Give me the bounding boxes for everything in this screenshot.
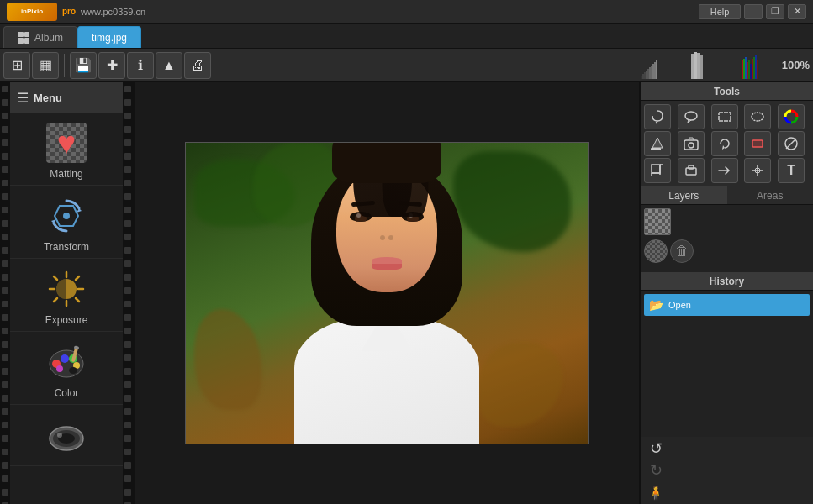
filmstrip-hole [2,99,8,106]
pro-badge: pro [62,7,76,16]
tab-areas[interactable]: Areas [727,186,814,205]
grid-view-button[interactable]: ⊞ [3,52,30,79]
color-label: Color [55,387,79,399]
svg-line-33 [54,298,57,302]
tab-image-label: timg.jpg [92,32,127,44]
album-icon [18,32,29,44]
menu-label: Menu [34,92,62,104]
tools-section: Tools [641,82,813,186]
exposure-icon [43,265,90,312]
tab-layers[interactable]: Layers [641,186,727,205]
undo-button[interactable]: ↺ [644,438,668,459]
svg-rect-6 [651,66,652,79]
erase-rect-tool[interactable] [744,131,771,156]
color-wheel-tool[interactable] [778,104,805,129]
filmstrip-hole-right [124,395,131,402]
text-tool[interactable]: T [778,158,805,183]
save-button[interactable]: 💾 [70,52,97,79]
camera-tool[interactable] [678,131,705,156]
svg-rect-53 [752,140,763,147]
svg-line-32 [76,276,79,280]
filmstrip-hole [2,395,8,402]
svg-line-55 [786,139,796,149]
svg-rect-20 [752,59,753,79]
svg-rect-0 [641,76,642,79]
filmstrip-hole [2,153,8,160]
filmstrip-hole-right [124,475,131,482]
filmstrip-hole [2,207,8,213]
history-content: 📂 Open [641,291,813,437]
rotate-tool[interactable] [711,131,738,156]
svg-point-39 [56,365,63,372]
cancel-tool[interactable] [778,131,805,156]
sidebar-item-exposure[interactable]: Exposure [10,259,123,332]
fill-tool[interactable] [644,131,671,156]
arrow-tool[interactable] [711,158,738,183]
svg-point-24 [63,213,70,219]
filmstrip-hole [2,193,8,200]
exposure-label: Exposure [45,314,88,326]
svg-rect-23 [757,60,758,79]
left-sidebar: ☰ Menu ♥ Matting [0,82,135,504]
lasso-tool[interactable] [644,104,671,129]
svg-rect-22 [755,55,757,79]
filmstrip-hole [2,328,8,334]
lips [372,257,402,269]
adjust-button[interactable]: ▲ [156,52,182,79]
add-button[interactable]: ✚ [98,52,125,79]
layers-section: Layers Areas 🗑 [641,186,813,272]
svg-rect-18 [748,60,750,79]
sidebar-item-matting[interactable]: ♥ Matting [10,113,123,186]
speech-bubble-tool[interactable] [678,104,705,129]
filmstrip-hole [2,435,8,442]
filmstrip-hole-right [124,422,131,428]
svg-rect-8 [654,62,656,79]
history-item-label: Open [668,300,691,310]
layer-circle-1 [644,239,668,263]
filmstrip-hole-right [124,139,131,146]
filmstrip-hole-right [124,274,131,281]
menu-header[interactable]: ☰ Menu [10,82,123,113]
svg-rect-3 [646,71,647,79]
svg-rect-1 [642,74,644,79]
minimize-button[interactable]: — [744,4,763,19]
main-toolbar: ⊞ ▦ 💾 ✚ ℹ ▲ 🖨 [0,49,813,82]
info-button[interactable]: ℹ [127,52,154,79]
svg-rect-16 [745,57,747,79]
tab-album[interactable]: Album [3,26,77,48]
film-view-button[interactable]: ▦ [32,52,59,79]
sidebar-item-transform[interactable]: Transform [10,186,123,259]
hair-top [332,142,441,183]
image-display [185,142,589,444]
svg-rect-5 [649,67,651,79]
filmstrip-hole-right [124,435,131,442]
ellipse-select-tool[interactable] [744,104,771,129]
crosshair-tool[interactable] [744,158,771,183]
color-icon [43,339,90,386]
canvas-area[interactable] [135,82,639,504]
restore-button[interactable]: ❐ [766,4,784,19]
stamp-tool[interactable] [678,158,705,183]
svg-rect-14 [742,60,743,79]
sidebar-item-extra[interactable] [10,405,123,466]
print-button[interactable]: 🖨 [184,52,211,79]
svg-rect-12 [697,53,700,79]
rect-select-tool[interactable] [711,104,738,129]
filmstrip-hole-right [124,220,131,227]
history-item-open[interactable]: 📂 Open [644,294,810,316]
filmstrip-hole-right [124,328,131,334]
filmstrip-hole-right [124,260,131,267]
toolbar-separator-1 [64,54,65,77]
help-button[interactable]: Help [699,4,741,19]
history-person-button[interactable]: 🧍 [644,482,668,502]
filmstrip-hole [2,274,8,281]
redo-button[interactable]: ↻ [644,460,668,480]
histogram [641,52,775,79]
tab-image[interactable]: timg.jpg [77,26,141,48]
svg-rect-50 [651,148,661,150]
filmstrip-hole [2,462,8,469]
sidebar-item-color[interactable]: Color [10,332,123,405]
svg-point-47 [685,112,697,120]
close-button[interactable]: ✕ [788,4,806,19]
crop-tool[interactable] [644,158,671,183]
